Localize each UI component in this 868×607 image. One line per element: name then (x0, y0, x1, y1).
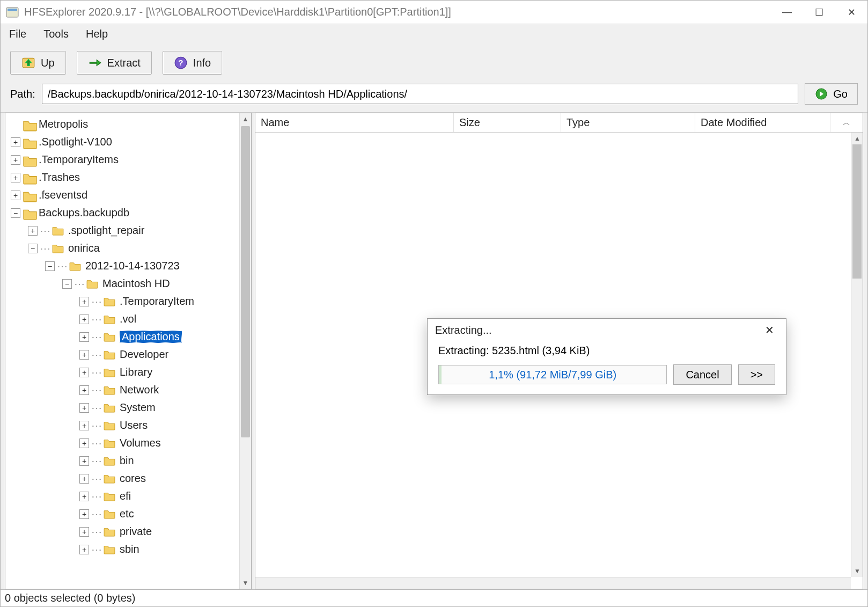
up-button[interactable]: Up (10, 51, 66, 75)
scroll-up-icon[interactable]: ▲ (240, 113, 251, 125)
tree-toggle-icon[interactable]: + (79, 509, 89, 519)
tree-toggle-icon[interactable]: + (11, 137, 20, 147)
tree-item[interactable]: −⋯onirica (9, 239, 251, 257)
list-scrollbar[interactable]: ▲ ▼ (851, 133, 863, 577)
window-title: HFSExplorer 2020.9.17 - [\\?\GLOBALROOT\… (24, 6, 771, 18)
tree-toggle-icon[interactable]: + (79, 385, 89, 395)
tree-item[interactable]: +⋯sbin (9, 540, 251, 558)
tree-toggle-icon[interactable]: + (79, 315, 89, 324)
folder-icon (69, 261, 81, 271)
tree-item[interactable]: −⋯2012-10-14-130723 (9, 257, 251, 275)
tree-item[interactable]: +⋯.spotlight_repair (9, 222, 251, 239)
tree-toggle-icon[interactable]: + (79, 545, 89, 554)
tree-toggle-icon[interactable]: + (79, 403, 89, 413)
dialog-title-bar: Extracting... ✕ (428, 319, 786, 341)
tree-item-label: 2012-10-14-130723 (85, 260, 180, 272)
tree-item-label: .fseventsd (39, 189, 87, 201)
tree-toggle-icon[interactable]: + (79, 474, 89, 484)
app-icon (6, 6, 19, 19)
scroll-down-icon[interactable]: ▼ (851, 565, 863, 577)
folder-icon (104, 456, 115, 466)
menu-help[interactable]: Help (83, 27, 111, 41)
menu-file[interactable]: File (6, 27, 30, 41)
tree-toggle-icon[interactable]: + (79, 438, 89, 448)
tree-pane: Metropolis+.Spotlight-V100+.TemporaryIte… (5, 113, 252, 589)
folder-icon (104, 545, 115, 554)
col-date[interactable]: Date Modified (695, 113, 830, 132)
tree-item[interactable]: +⋯etc (9, 505, 251, 523)
progress-fill (439, 365, 442, 384)
menu-tools[interactable]: Tools (40, 27, 72, 41)
tree-toggle-icon[interactable]: + (79, 368, 89, 377)
go-button[interactable]: Go (805, 83, 858, 105)
col-type[interactable]: Type (561, 113, 695, 132)
close-button[interactable]: ✕ (835, 1, 867, 24)
folder-icon (23, 137, 34, 147)
scroll-down-icon[interactable]: ▼ (240, 577, 251, 589)
tree-item-label: Macintosh HD (102, 277, 170, 290)
tree-toggle-icon[interactable]: + (11, 155, 20, 165)
tree-toggle-icon[interactable]: − (11, 208, 20, 218)
tree-toggle-icon[interactable]: + (79, 421, 89, 430)
more-button[interactable]: >> (738, 364, 775, 385)
cancel-button[interactable]: Cancel (673, 364, 731, 385)
folder-icon (104, 368, 115, 377)
folder-icon (104, 527, 115, 537)
tree-item[interactable]: +⋯.vol (9, 310, 251, 328)
tree-scrollbar[interactable]: ▲ ▼ (239, 113, 251, 589)
tree-item[interactable]: +⋯cores (9, 470, 251, 487)
tree-toggle-icon[interactable]: + (11, 173, 20, 182)
tree-scroll-thumb[interactable] (241, 126, 250, 437)
tree-item-label: .Spotlight-V100 (39, 136, 112, 148)
tree-toggle-icon[interactable]: + (79, 527, 89, 537)
tree-toggle-icon[interactable]: + (28, 226, 38, 236)
tree-item[interactable]: +⋯Developer (9, 346, 251, 363)
tree-toggle-icon[interactable]: + (79, 350, 89, 360)
tree-toggle-icon[interactable]: + (11, 191, 20, 200)
tree-toggle-icon[interactable]: + (79, 332, 89, 342)
dialog-message: Extracting: 5235.html (3,94 KiB) (438, 345, 775, 357)
tree-item[interactable]: −⋯Macintosh HD (9, 275, 251, 292)
tree-item[interactable]: +.Trashes (9, 169, 251, 186)
tree-item[interactable]: +⋯Library (9, 363, 251, 381)
tree-toggle-icon[interactable]: + (79, 492, 89, 501)
info-button[interactable]: ? Info (163, 51, 222, 75)
tree-toggle-icon[interactable]: − (45, 261, 55, 271)
tree-item[interactable]: +⋯efi (9, 487, 251, 505)
tree-toggle-icon[interactable]: − (28, 244, 38, 253)
folder-icon (104, 385, 115, 395)
tree-item[interactable]: +.Spotlight-V100 (9, 133, 251, 151)
tree-item[interactable]: +⋯Applications (9, 328, 251, 346)
tree-body[interactable]: Metropolis+.Spotlight-V100+.TemporaryIte… (5, 113, 251, 558)
tree-item[interactable]: +⋯System (9, 399, 251, 416)
scroll-up-icon[interactable]: ▲ (851, 133, 863, 144)
tree-item-label: .TemporaryItem (120, 295, 194, 308)
tree-toggle-icon[interactable]: + (79, 297, 89, 306)
tree-toggle-icon[interactable]: + (79, 456, 89, 466)
folder-icon (104, 492, 115, 501)
list-h-scrollbar[interactable] (255, 577, 851, 589)
tree-item[interactable]: +⋯Users (9, 416, 251, 434)
extract-button[interactable]: Extract (77, 51, 152, 75)
maximize-button[interactable]: ☐ (803, 1, 835, 24)
tree-item[interactable]: +⋯.TemporaryItem (9, 292, 251, 310)
tree-item[interactable]: +⋯private (9, 523, 251, 540)
tree-item[interactable]: +⋯Volumes (9, 434, 251, 452)
tree-toggle-icon[interactable]: − (62, 279, 72, 289)
sort-indicator-icon[interactable]: ︿ (830, 113, 863, 132)
tree-item[interactable]: +⋯bin (9, 452, 251, 470)
dialog-close-button[interactable]: ✕ (761, 321, 778, 339)
tree-item[interactable]: +.TemporaryItems (9, 151, 251, 169)
path-input[interactable] (42, 84, 799, 104)
folder-icon (104, 297, 115, 306)
col-size[interactable]: Size (454, 113, 561, 132)
folder-icon (104, 438, 115, 448)
list-scroll-thumb[interactable] (852, 144, 862, 279)
tree-item[interactable]: +⋯Network (9, 381, 251, 399)
tree-item[interactable]: Metropolis (9, 115, 251, 133)
minimize-button[interactable]: — (771, 1, 803, 24)
title-bar: HFSExplorer 2020.9.17 - [\\?\GLOBALROOT\… (1, 1, 867, 24)
col-name[interactable]: Name (255, 113, 454, 132)
tree-item[interactable]: +.fseventsd (9, 186, 251, 204)
tree-item[interactable]: −Backups.backupdb (9, 204, 251, 222)
